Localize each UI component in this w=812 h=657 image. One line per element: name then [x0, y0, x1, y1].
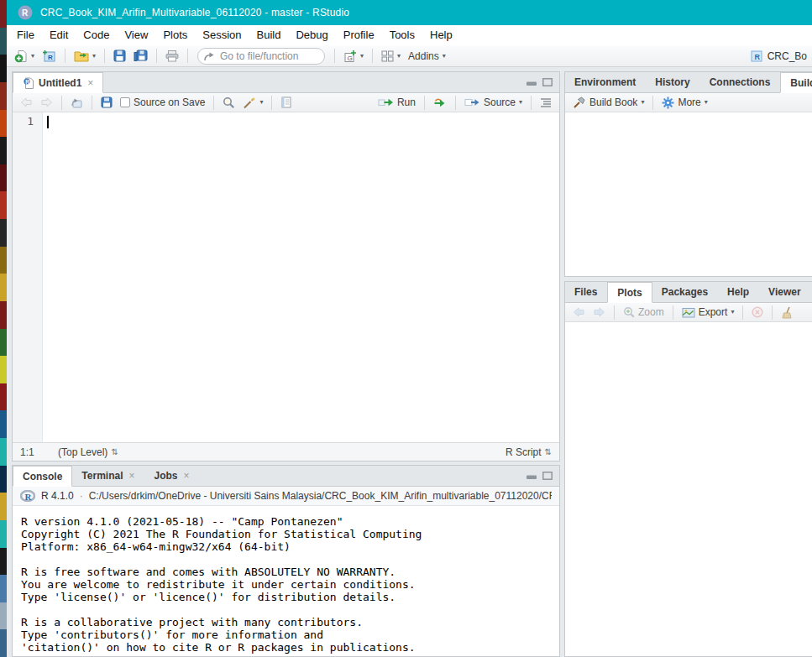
nav-forward-button[interactable]: [38, 96, 55, 108]
tab-plots[interactable]: Plots: [607, 282, 652, 303]
tab-packages-label: Packages: [662, 286, 708, 298]
plot-back-button[interactable]: [570, 306, 588, 318]
menu-code[interactable]: Code: [76, 25, 117, 45]
print-button[interactable]: [163, 49, 181, 63]
tab-close-icon[interactable]: ×: [87, 77, 93, 89]
menu-debug[interactable]: Debug: [288, 25, 335, 45]
source-editor-pane: R Untitled1 ×: [12, 71, 560, 461]
tab-environment-label: Environment: [574, 76, 636, 88]
source-toolbar: Source on Save ▾ Run: [13, 93, 559, 112]
plots-pane-content: [565, 322, 812, 656]
file-type-updown-icon: ⇅: [545, 447, 552, 456]
menu-profile[interactable]: Profile: [336, 25, 382, 45]
svg-text:R: R: [25, 78, 29, 84]
minimize-pane-icon[interactable]: [526, 78, 537, 86]
r-version-label[interactable]: R 4.1.0: [41, 490, 74, 502]
remove-plot-button[interactable]: [749, 305, 766, 319]
svg-text:R: R: [25, 492, 33, 502]
r-script-doc-icon: R: [23, 77, 34, 89]
tab-build[interactable]: Build: [780, 72, 812, 93]
panes-caret: ▾: [397, 53, 401, 60]
console-line: R is a collaborative project with many c…: [21, 616, 559, 628]
build-book-button[interactable]: Build Book ▾: [570, 96, 647, 109]
broom-icon: [781, 306, 794, 319]
zoom-plot-button[interactable]: Zoom: [621, 305, 667, 319]
save-button[interactable]: [111, 49, 128, 63]
tab-console[interactable]: Console: [13, 466, 72, 487]
run-label: Run: [397, 96, 416, 108]
tab-close-icon[interactable]: ×: [128, 470, 134, 482]
menu-plots[interactable]: Plots: [155, 25, 195, 45]
menu-session[interactable]: Session: [195, 25, 249, 45]
rerun-button[interactable]: [431, 96, 449, 108]
tab-untitled1[interactable]: R Untitled1 ×: [13, 72, 103, 93]
more-label: More: [678, 96, 700, 108]
plot-forward-button[interactable]: [590, 306, 608, 318]
menu-view[interactable]: View: [117, 25, 155, 45]
search-icon: [223, 96, 235, 109]
menu-edit[interactable]: Edit: [42, 25, 76, 45]
notebook-icon: [280, 96, 292, 108]
maximize-pane-icon[interactable]: [542, 472, 553, 480]
maximize-pane-icon[interactable]: [542, 78, 553, 86]
menu-help[interactable]: Help: [422, 25, 460, 45]
source-icon: [464, 97, 480, 107]
document-outline-button[interactable]: [537, 96, 554, 108]
source-on-save-toggle[interactable]: Source on Save: [118, 96, 207, 109]
tab-viewer[interactable]: Viewer: [759, 282, 810, 302]
menu-build[interactable]: Build: [249, 25, 289, 45]
run-icon: [378, 97, 394, 107]
save-all-button[interactable]: [131, 49, 150, 63]
magic-wand-icon: [243, 96, 256, 109]
tab-environment[interactable]: Environment: [565, 72, 646, 92]
show-in-new-window-button[interactable]: [68, 96, 86, 109]
goto-file-input[interactable]: [197, 48, 325, 65]
svg-text:G: G: [348, 54, 353, 61]
run-button[interactable]: Run: [375, 96, 418, 109]
editor-body[interactable]: 1: [13, 112, 559, 442]
tab-terminal[interactable]: Terminal ×: [72, 466, 144, 486]
more-button[interactable]: More ▾: [659, 96, 710, 110]
tab-history[interactable]: History: [646, 72, 699, 92]
editor-text-area[interactable]: [43, 112, 559, 442]
nav-back-button[interactable]: [18, 96, 35, 108]
source-on-save-checkbox[interactable]: [120, 97, 130, 107]
toolbar-separator: [372, 49, 373, 63]
editor-statusbar: 1:1 (Top Level) ⇅ R Script ⇅: [13, 442, 559, 461]
open-file-button[interactable]: ▾: [71, 49, 98, 63]
scope-selector[interactable]: (Top Level) ⇅: [55, 446, 121, 459]
build-book-caret: ▾: [641, 99, 644, 106]
version-control-button[interactable]: G ▾: [341, 49, 366, 64]
tab-help[interactable]: Help: [718, 282, 759, 302]
save-all-icon: [134, 50, 148, 62]
menu-tools[interactable]: Tools: [382, 25, 422, 45]
tab-close-icon[interactable]: ×: [184, 470, 190, 482]
toolbar-separator: [104, 49, 105, 63]
cursor-position: 1:1: [20, 446, 50, 458]
menu-file[interactable]: File: [9, 25, 42, 45]
new-file-button[interactable]: ▾: [12, 49, 37, 64]
file-type-selector[interactable]: R Script ⇅: [506, 446, 552, 458]
new-project-button[interactable]: R: [39, 49, 59, 64]
save-source-button[interactable]: [98, 96, 115, 109]
console-output[interactable]: R version 4.1.0 (2021-05-18) -- "Camp Po…: [13, 506, 559, 656]
find-replace-button[interactable]: [220, 96, 238, 110]
forward-arrow-icon: [593, 307, 605, 317]
tab-packages[interactable]: Packages: [652, 282, 718, 302]
toolbar-separator: [652, 96, 653, 110]
minimize-pane-icon[interactable]: [526, 472, 537, 480]
tab-connections[interactable]: Connections: [700, 72, 781, 92]
project-menu-button[interactable]: R CRC_Bo: [750, 50, 807, 63]
workspace-panes-button[interactable]: ▾: [379, 50, 403, 63]
source-button[interactable]: Source ▾: [462, 96, 525, 109]
export-plot-button[interactable]: Export ▾: [679, 305, 737, 319]
addins-button[interactable]: Addins ▾: [406, 50, 448, 63]
zoom-label: Zoom: [638, 306, 664, 318]
compile-report-button[interactable]: [278, 96, 295, 109]
build-toolbar: Build Book ▾ More ▾: [565, 93, 812, 112]
tab-files[interactable]: Files: [565, 282, 607, 302]
tab-jobs[interactable]: Jobs ×: [144, 466, 199, 486]
clear-all-plots-button[interactable]: [778, 305, 796, 320]
gear-icon: [662, 96, 674, 109]
code-tools-button[interactable]: ▾: [240, 96, 265, 110]
